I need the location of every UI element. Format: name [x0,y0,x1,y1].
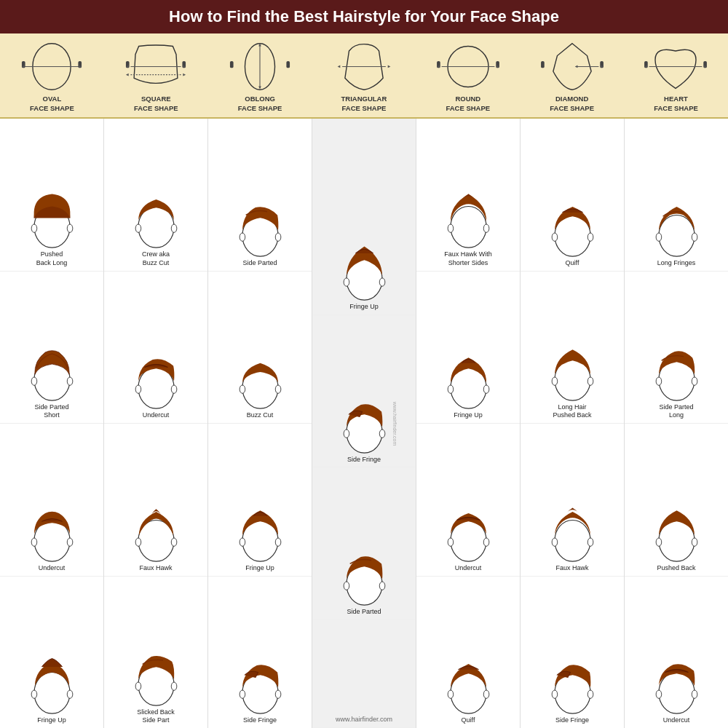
hairstyle-icon [229,653,291,715]
hairstyle-cell: Side Fringe [208,577,312,728]
svg-point-105 [587,538,593,546]
svg-point-44 [31,377,37,385]
hairstyle-label: Fringe Up [454,411,483,420]
svg-point-92 [448,538,454,546]
diamond-shape-icon [536,41,609,92]
svg-point-69 [275,385,281,393]
hairstyle-cell: Fringe Up [0,577,103,728]
hairstyle-cell: PushedBack Long [0,119,103,271]
svg-point-93 [483,538,489,546]
hairstyle-icon [21,653,83,715]
hairstyle-icon [333,545,395,606]
hairstyle-label: Slicked BackSide Part [137,708,175,725]
hairstyle-cell: Side Fringe [312,315,416,467]
hairstyle-label: Undercut [663,716,690,725]
hairstyle-label: Side PartedShort [34,403,68,420]
hairstyle-label: Fringe Up [349,303,379,312]
svg-point-63 [171,682,177,690]
col-diamond: Quiff Long HairPushed Back [521,119,625,728]
face-shape-oval: OVALFACE SHAPE [4,41,99,113]
hairstyle-icon [542,340,604,402]
hairstyle-label: Undercut [455,564,482,573]
hairstyle-cell: Undercut [104,272,207,424]
svg-point-53 [135,224,141,232]
svg-point-83 [344,582,349,590]
triangular-label: TRIANGULARFACE SHAPE [341,95,387,113]
svg-point-41 [31,224,37,232]
hairstyle-label: Buzz Cut [247,411,274,420]
hairstyle-cell: www.hairfinder.com [312,620,416,728]
svg-point-104 [552,538,558,546]
face-shape-square: SQUAREFACE SHAPE [108,41,203,113]
svg-point-47 [31,538,37,546]
svg-marker-13 [126,74,129,76]
hairstyle-icon [438,187,499,249]
hairstyle-cell: Long Fringes [625,119,728,271]
hairstyle-label: Undercut [39,564,66,573]
hairstyle-cell: Faux Hawk [104,424,207,576]
face-shape-round: ROUNDFACE SHAPE [421,41,515,113]
hairstyle-icon [646,653,708,715]
svg-point-117 [692,538,697,546]
svg-point-85 [450,207,486,248]
svg-point-87 [483,224,489,232]
round-label: ROUNDFACE SHAPE [446,95,490,113]
svg-point-54 [171,224,177,232]
svg-point-71 [240,538,245,546]
svg-point-98 [552,233,558,241]
hairstyle-label: Side Fringe [555,716,589,725]
hairstyle-icon [21,187,83,249]
round-shape-icon [432,41,505,92]
svg-point-68 [240,385,245,393]
svg-point-50 [31,690,37,698]
hairstyle-label: Fringe Up [245,564,274,573]
hairstyle-icon [21,340,83,402]
hairstyle-icon [438,348,499,410]
hairstyle-cell: Fringe Up [208,424,312,576]
svg-point-51 [67,690,73,698]
svg-point-75 [275,690,281,698]
svg-point-101 [552,377,558,385]
svg-point-103 [554,520,590,561]
hairstyle-cell: Undercut [0,424,103,576]
square-shape-icon [119,41,192,92]
face-shapes-row: OVALFACE SHAPE SQUAREFACE SHAPE [0,33,728,119]
hairstyle-cell: Buzz Cut [208,272,312,424]
hairstyle-icon [542,653,604,715]
diamond-label: DIAMONDFACE SHAPE [550,95,594,113]
svg-point-78 [379,278,385,286]
svg-point-89 [448,385,454,393]
hairstyle-icon [333,240,395,301]
hairstyle-cell: Crew akaBuzz Cut [104,119,207,271]
oblong-label: OBLONGFACE SHAPE [238,95,282,113]
svg-point-110 [656,233,662,241]
hairstyle-icon [646,340,708,402]
svg-point-45 [67,377,73,385]
hairstyle-cell: Pushed Back [625,424,728,576]
watermark-bottom: www.hairfinder.com [334,714,394,724]
hairstyle-cell: Undercut [416,424,520,576]
hairstyle-icon [229,501,291,563]
svg-point-81 [379,430,385,438]
hairstyle-cell: Fringe Up [416,272,520,424]
hairstyle-label: Faux Hawk [555,564,588,573]
face-shape-triangular: TRIANGULARFACE SHAPE [317,41,411,113]
svg-point-109 [658,215,694,256]
hairstyle-icon [125,348,187,410]
hairstyle-icon [125,187,187,249]
heart-shape-icon [639,41,712,92]
hairstyle-label: Faux Hawk [139,564,172,573]
svg-point-59 [135,538,141,546]
hairstyle-label: Quiff [566,259,579,268]
svg-point-48 [67,538,73,546]
svg-rect-30 [541,61,545,68]
hairstyle-icon [542,501,604,563]
side-watermark: www.hairfinder.com [392,401,397,446]
oval-shape-icon [15,41,88,92]
svg-point-56 [135,385,141,393]
hairstyle-icon [646,501,708,563]
hairstyle-label: Side Parted [242,259,277,268]
hairstyle-cell: Side PartedLong [625,272,728,424]
svg-rect-16 [230,61,234,68]
hairstyle-label: Long HairPushed Back [553,403,591,420]
